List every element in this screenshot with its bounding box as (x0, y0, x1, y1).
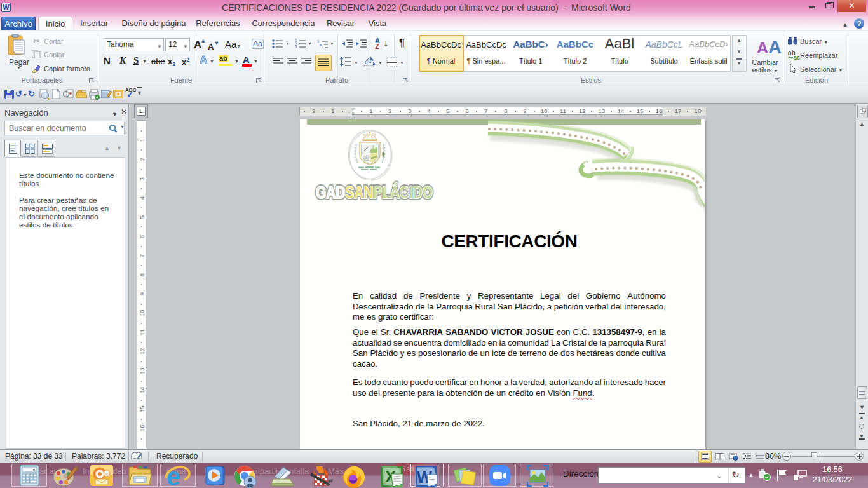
svg-text:3: 3 (295, 45, 297, 48)
svg-text:GADSANPLÁCIDO: GADSANPLÁCIDO (316, 182, 433, 202)
svg-text:i: i (322, 46, 323, 48)
